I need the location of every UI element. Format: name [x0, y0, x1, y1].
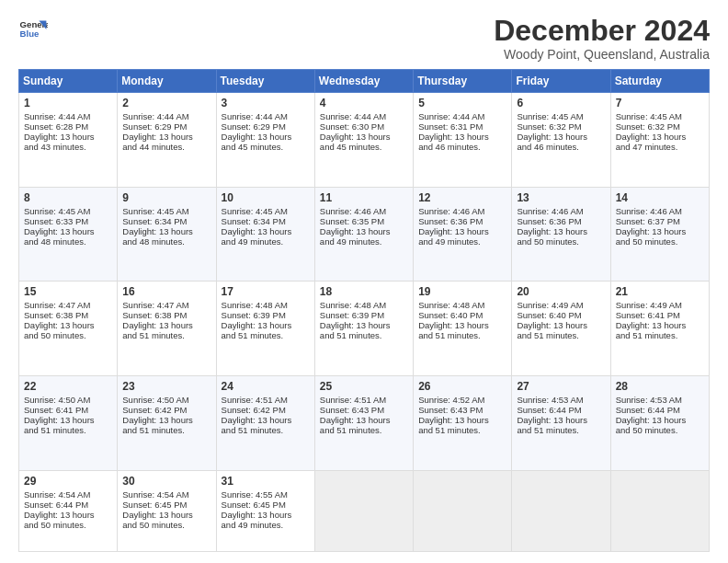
calendar-cell: 25 Sunrise: 4:51 AM Sunset: 6:43 PM Dayl… [314, 375, 413, 470]
daylight-label: Daylight: 13 hours [418, 226, 489, 236]
day-number: 26 [418, 380, 506, 393]
sunset-label: Sunset: 6:28 PM [24, 121, 88, 132]
sunset-label: Sunset: 6:34 PM [222, 216, 286, 226]
sunrise-label: Sunrise: 4:47 AM [122, 300, 188, 310]
daylight-minutes: and 51 minutes. [418, 330, 481, 340]
daylight-label: Daylight: 13 hours [616, 132, 687, 142]
sunrise-label: Sunrise: 4:45 AM [517, 111, 583, 121]
calendar-cell [512, 470, 610, 552]
sunrise-label: Sunrise: 4:54 AM [122, 489, 188, 500]
sunrise-label: Sunrise: 4:45 AM [24, 206, 90, 216]
sunset-label: Sunset: 6:34 PM [122, 216, 187, 226]
calendar-header-saturday: Saturday [610, 70, 709, 93]
daylight-label: Daylight: 13 hours [122, 415, 193, 425]
calendar-page: General Blue December 2024 Woody Point, … [0, 0, 728, 563]
day-number: 8 [24, 191, 112, 204]
sunrise-label: Sunrise: 4:53 AM [517, 395, 583, 405]
daylight-minutes: and 48 minutes. [24, 236, 86, 247]
daylight-label: Daylight: 13 hours [517, 226, 587, 236]
calendar-cell: 26 Sunrise: 4:52 AM Sunset: 6:43 PM Dayl… [414, 375, 512, 470]
day-number: 25 [320, 380, 408, 393]
sunrise-label: Sunrise: 4:48 AM [222, 300, 288, 310]
day-number: 21 [616, 285, 704, 298]
daylight-label: Daylight: 13 hours [222, 510, 292, 520]
day-number: 13 [517, 191, 605, 204]
calendar-cell: 30 Sunrise: 4:54 AM Sunset: 6:45 PM Dayl… [118, 470, 216, 552]
daylight-minutes: and 50 minutes. [122, 520, 185, 530]
logo: General Blue [18, 15, 48, 44]
daylight-minutes: and 44 minutes. [122, 142, 185, 152]
calendar-cell: 23 Sunrise: 4:50 AM Sunset: 6:42 PM Dayl… [118, 375, 216, 470]
calendar-cell: 28 Sunrise: 4:53 AM Sunset: 6:44 PM Dayl… [610, 375, 709, 470]
daylight-label: Daylight: 13 hours [320, 415, 391, 425]
calendar-week-row: 15 Sunrise: 4:47 AM Sunset: 6:38 PM Dayl… [19, 282, 710, 376]
sunset-label: Sunset: 6:36 PM [418, 216, 483, 226]
calendar-cell: 21 Sunrise: 4:49 AM Sunset: 6:41 PM Dayl… [610, 282, 709, 376]
daylight-minutes: and 50 minutes. [24, 520, 86, 530]
day-number: 15 [24, 285, 112, 298]
sunset-label: Sunset: 6:44 PM [24, 500, 88, 510]
calendar-week-row: 29 Sunrise: 4:54 AM Sunset: 6:44 PM Dayl… [19, 470, 710, 552]
calendar-cell: 14 Sunrise: 4:46 AM Sunset: 6:37 PM Dayl… [610, 187, 709, 282]
daylight-minutes: and 51 minutes. [122, 330, 185, 340]
daylight-label: Daylight: 13 hours [320, 132, 391, 142]
daylight-label: Daylight: 13 hours [222, 415, 292, 425]
calendar-cell: 10 Sunrise: 4:45 AM Sunset: 6:34 PM Dayl… [216, 187, 314, 282]
sunrise-label: Sunrise: 4:51 AM [320, 395, 386, 405]
daylight-minutes: and 49 minutes. [222, 520, 284, 530]
calendar-cell: 2 Sunrise: 4:44 AM Sunset: 6:29 PM Dayli… [118, 93, 216, 188]
day-number: 20 [517, 285, 605, 298]
subtitle: Woody Point, Queensland, Australia [494, 47, 710, 62]
sunset-label: Sunset: 6:29 PM [122, 121, 187, 132]
sunset-label: Sunset: 6:32 PM [517, 121, 581, 132]
day-number: 29 [24, 475, 112, 488]
daylight-minutes: and 43 minutes. [24, 142, 86, 152]
day-number: 28 [616, 380, 704, 393]
daylight-label: Daylight: 13 hours [616, 320, 687, 330]
calendar-week-row: 22 Sunrise: 4:50 AM Sunset: 6:41 PM Dayl… [19, 375, 710, 470]
sunrise-label: Sunrise: 4:46 AM [320, 206, 386, 216]
daylight-minutes: and 51 minutes. [616, 330, 678, 340]
daylight-minutes: and 51 minutes. [517, 425, 579, 435]
calendar-cell: 9 Sunrise: 4:45 AM Sunset: 6:34 PM Dayli… [118, 187, 216, 282]
sunset-label: Sunset: 6:29 PM [222, 121, 286, 132]
daylight-minutes: and 49 minutes. [418, 236, 481, 247]
sunrise-label: Sunrise: 4:55 AM [222, 489, 288, 500]
sunrise-label: Sunrise: 4:53 AM [616, 395, 682, 405]
calendar-cell [414, 470, 512, 552]
logo-icon: General Blue [18, 15, 48, 44]
daylight-minutes: and 46 minutes. [418, 142, 481, 152]
sunrise-label: Sunrise: 4:45 AM [222, 206, 288, 216]
sunrise-label: Sunrise: 4:47 AM [24, 300, 90, 310]
day-number: 22 [24, 380, 112, 393]
sunrise-label: Sunrise: 4:46 AM [517, 206, 583, 216]
calendar-header-tuesday: Tuesday [216, 70, 314, 93]
daylight-label: Daylight: 13 hours [418, 132, 489, 142]
header: General Blue December 2024 Woody Point, … [18, 15, 710, 62]
day-number: 14 [616, 191, 704, 204]
calendar-cell: 12 Sunrise: 4:46 AM Sunset: 6:36 PM Dayl… [414, 187, 512, 282]
day-number: 2 [122, 97, 210, 109]
sunset-label: Sunset: 6:43 PM [320, 405, 384, 415]
day-number: 5 [418, 97, 506, 109]
daylight-label: Daylight: 13 hours [418, 415, 489, 425]
sunset-label: Sunset: 6:40 PM [418, 310, 483, 320]
day-number: 23 [122, 380, 210, 393]
sunrise-label: Sunrise: 4:50 AM [122, 395, 188, 405]
calendar-header-row: SundayMondayTuesdayWednesdayThursdayFrid… [19, 70, 710, 93]
sunrise-label: Sunrise: 4:48 AM [320, 300, 386, 310]
daylight-label: Daylight: 13 hours [122, 510, 193, 520]
calendar-header-thursday: Thursday [414, 70, 512, 93]
svg-text:Blue: Blue [20, 29, 40, 39]
calendar-cell: 16 Sunrise: 4:47 AM Sunset: 6:38 PM Dayl… [118, 282, 216, 376]
daylight-minutes: and 50 minutes. [616, 236, 678, 247]
day-number: 18 [320, 285, 408, 298]
sunrise-label: Sunrise: 4:48 AM [418, 300, 484, 310]
daylight-minutes: and 51 minutes. [418, 425, 481, 435]
day-number: 19 [418, 285, 506, 298]
sunrise-label: Sunrise: 4:49 AM [517, 300, 583, 310]
day-number: 16 [122, 285, 210, 298]
day-number: 27 [517, 380, 605, 393]
calendar-cell: 22 Sunrise: 4:50 AM Sunset: 6:41 PM Dayl… [19, 375, 118, 470]
sunrise-label: Sunrise: 4:44 AM [122, 111, 188, 121]
